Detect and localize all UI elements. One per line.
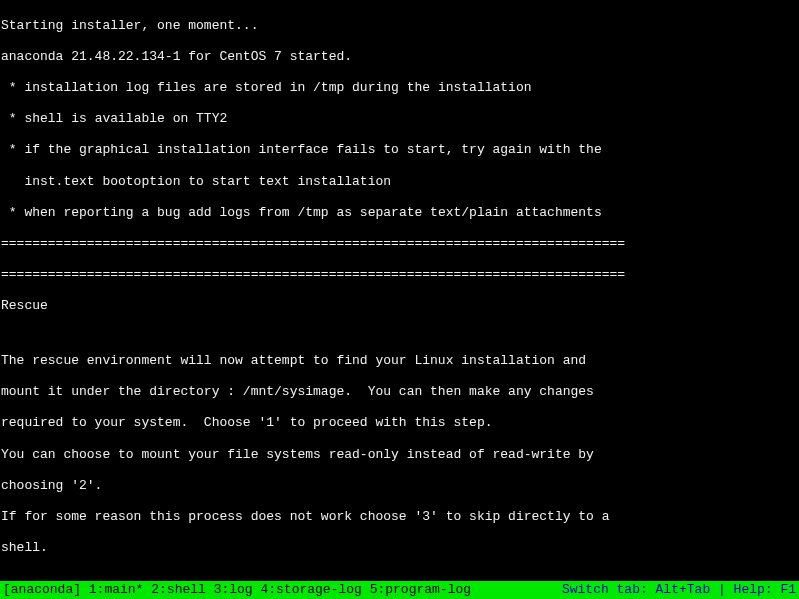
separator-line: ========================================… (1, 236, 798, 252)
rescue-body: required to your system. Choose '1' to p… (1, 415, 798, 431)
rescue-body: mount it under the directory : /mnt/sysi… (1, 384, 798, 400)
status-tabs: [anaconda] 1:main* 2:shell 3:log 4:stora… (3, 582, 471, 598)
rescue-body: shell. (1, 540, 798, 556)
rescue-body: You can choose to mount your file system… (1, 447, 798, 463)
separator-line: ========================================… (1, 267, 798, 283)
rescue-title: Rescue (1, 298, 798, 314)
note-line: * if the graphical installation interfac… (1, 142, 798, 158)
rescue-body: The rescue environment will now attempt … (1, 353, 798, 369)
note-line: inst.text bootoption to start text insta… (1, 174, 798, 190)
note-line: * when reporting a bug add logs from /tm… (1, 205, 798, 221)
note-line: * installation log files are stored in /… (1, 80, 798, 96)
terminal-output: Starting installer, one moment... anacon… (0, 0, 799, 599)
rescue-body: If for some reason this process does not… (1, 509, 798, 525)
version-line: anaconda 21.48.22.134-1 for CentOS 7 sta… (1, 49, 798, 65)
status-bar: [anaconda] 1:main* 2:shell 3:log 4:stora… (0, 581, 799, 599)
status-help: Switch tab: Alt+Tab | Help: F1 (562, 582, 796, 598)
starting-line: Starting installer, one moment... (1, 18, 798, 34)
rescue-body: choosing '2'. (1, 478, 798, 494)
note-line: * shell is available on TTY2 (1, 111, 798, 127)
